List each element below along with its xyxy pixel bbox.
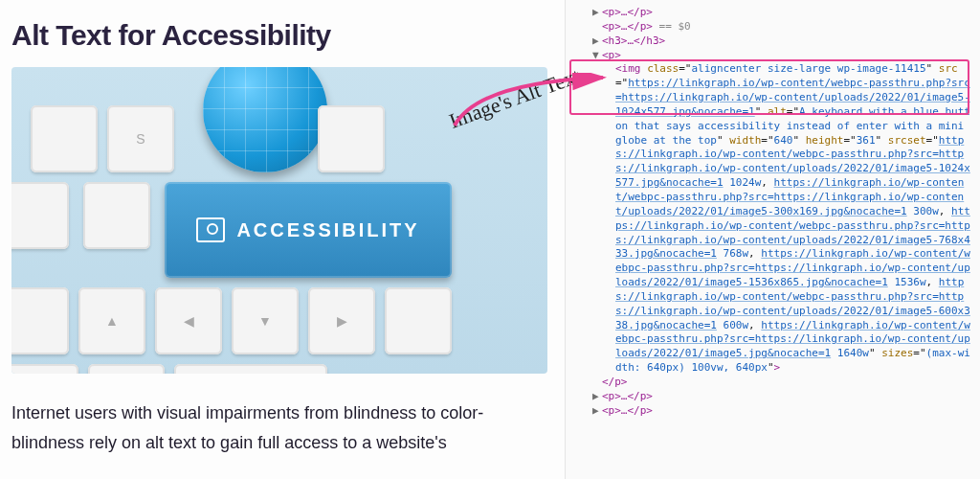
dom-node[interactable]: ▶<p>…</p>	[575, 404, 974, 419]
person-frame-icon	[196, 217, 225, 242]
keyboard-key	[31, 105, 98, 172]
page-title: Alt Text for Accessibility	[11, 19, 555, 52]
keyboard-key-arrow: ▼	[232, 287, 299, 354]
keyboard-key-s: S	[107, 105, 174, 172]
keyboard-image: S ACCESSIBILITY ▲ ◀ ▼ ▶ tion	[11, 67, 547, 374]
devtools-pane[interactable]: ▶<p>…</p><p>…</p> == $0▶<h3>…</h3>▼<p><i…	[565, 0, 980, 479]
globe-icon	[203, 67, 327, 172]
keyboard-key-arrow: ▶	[308, 287, 375, 354]
dom-node[interactable]: ▼<p>	[575, 49, 974, 63]
keyboard-key-arrow: ▲	[78, 287, 145, 354]
keyboard-key	[88, 364, 165, 374]
article-body: Internet users with visual impairments f…	[11, 399, 555, 457]
accessibility-key: ACCESSIBILITY	[165, 182, 452, 278]
keyboard-key-arrow: ◀	[155, 287, 222, 354]
keyboard-key	[318, 105, 385, 172]
dom-node[interactable]: ▶<p>…</p>	[575, 390, 974, 404]
accessibility-key-label: ACCESSIBILITY	[236, 219, 419, 241]
dom-node[interactable]: <p>…</p> == $0	[575, 20, 974, 34]
article-pane: Alt Text for Accessibility S ACCESSIBILI…	[0, 0, 565, 479]
keyboard-key	[83, 182, 150, 249]
keyboard-key	[11, 182, 69, 249]
devtools-gutter	[565, 0, 566, 479]
dom-node[interactable]: </p>	[575, 376, 974, 390]
dom-img-node[interactable]: <img class="aligncenter size-large wp-im…	[575, 62, 974, 376]
keyboard-key	[174, 364, 327, 374]
keyboard-key	[385, 287, 452, 354]
dom-node[interactable]: ▶<p>…</p>	[575, 6, 974, 20]
keyboard-key	[11, 287, 69, 354]
dom-node[interactable]: ▶<h3>…</h3>	[575, 34, 974, 49]
keyboard-key-option: tion	[11, 364, 78, 374]
dom-tree[interactable]: ▶<p>…</p><p>…</p> == $0▶<h3>…</h3>▼<p><i…	[575, 6, 974, 418]
